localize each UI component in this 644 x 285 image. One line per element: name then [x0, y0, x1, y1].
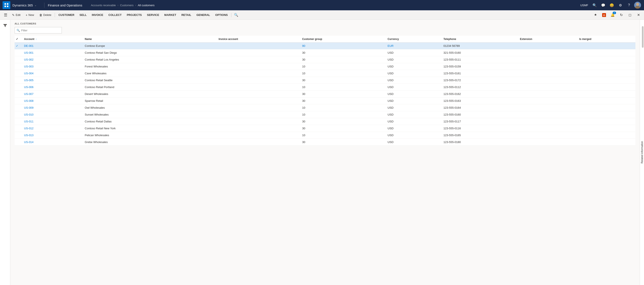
cell-account[interactable]: US-005 [22, 77, 82, 84]
menu-market[interactable]: MARKET [162, 10, 179, 20]
cell-account[interactable]: US-002 [22, 56, 82, 63]
settings-nav-btn[interactable]: ⚙ [616, 1, 624, 9]
cell-account[interactable]: US-012 [22, 125, 82, 132]
account-link[interactable]: DE-001 [24, 44, 34, 48]
menu-collect[interactable]: COLLECT [106, 10, 124, 20]
scrollbar[interactable] [642, 26, 644, 48]
cell-account[interactable]: US-003 [22, 63, 82, 70]
cell-account[interactable]: US-007 [22, 91, 82, 98]
table-row[interactable]: US-003Forest Wholesales10USD123-555-0159 [14, 63, 636, 70]
table-row[interactable]: US-012Contoso Retail New York30USD123-55… [14, 125, 636, 132]
account-link[interactable]: US-014 [24, 140, 34, 144]
account-link[interactable]: US-009 [24, 106, 34, 109]
user-nav-btn[interactable]: 😀 [608, 1, 616, 9]
menu-sell[interactable]: SELL [77, 10, 89, 20]
table-row[interactable]: US-004Cave Wholesales10USD123-555-0161 [14, 70, 636, 77]
account-link[interactable]: US-011 [24, 120, 34, 123]
menu-general[interactable]: GENERAL [194, 10, 213, 20]
cell-account[interactable]: US-011 [22, 118, 82, 125]
cell-account[interactable]: US-008 [22, 98, 82, 104]
cell-account[interactable]: US-014 [22, 139, 82, 146]
hamburger-menu-btn[interactable]: ☰ [2, 10, 10, 20]
row-check[interactable] [14, 139, 22, 146]
account-link[interactable]: US-010 [24, 113, 34, 116]
breadcrumb-item-2[interactable]: Customers [120, 4, 134, 7]
table-row[interactable]: US-014Grebe Wholesales30USD123-555-0180 [14, 139, 636, 146]
avatar-btn[interactable] [634, 1, 642, 9]
account-link[interactable]: US-003 [24, 65, 34, 68]
cmd-refresh-btn[interactable]: ↻ [618, 11, 625, 19]
table-row[interactable]: US-010Sunset Wholesales10USD123-555-0160 [14, 111, 636, 118]
menu-projects[interactable]: PROJECTS [124, 10, 144, 20]
col-telephone[interactable]: Telephone [441, 36, 517, 43]
account-link[interactable]: US-002 [24, 58, 34, 61]
delete-button[interactable]: 🗑 Delete [37, 10, 54, 20]
breadcrumb-item-1[interactable]: Accounts receivable [91, 4, 116, 7]
account-link[interactable]: US-013 [24, 134, 34, 137]
table-row[interactable]: US-013Pelican Wholesales10USD123-555-016… [14, 132, 636, 139]
row-check[interactable] [14, 111, 22, 118]
account-link[interactable]: US-008 [24, 99, 34, 102]
filter-input[interactable] [21, 29, 60, 32]
row-check[interactable] [14, 125, 22, 132]
sidebar-filter-icon[interactable] [1, 22, 9, 29]
related-info-panel[interactable]: Related information [640, 20, 644, 285]
row-check[interactable] [14, 49, 22, 56]
account-link[interactable]: US-006 [24, 86, 34, 89]
account-link[interactable]: US-012 [24, 127, 34, 130]
table-row[interactable]: US-001Contoso Retail San Diego30USD321-5… [14, 49, 636, 56]
row-check[interactable] [14, 77, 22, 84]
table-row[interactable]: US-002Contoso Retail Los Angeles30USD123… [14, 56, 636, 63]
row-check[interactable] [14, 70, 22, 77]
menu-invoice[interactable]: INVOICE [89, 10, 106, 20]
row-check[interactable] [14, 104, 22, 111]
col-extension[interactable]: Extension [517, 36, 576, 43]
row-check[interactable] [14, 118, 22, 125]
cell-account[interactable]: DE-001 [22, 43, 82, 49]
cell-account[interactable]: US-001 [22, 49, 82, 56]
table-row[interactable]: US-008Sparrow Retail30USD123-555-0163 [14, 98, 636, 104]
col-invoice-account[interactable]: Invoice account [216, 36, 300, 43]
col-currency[interactable]: Currency [385, 36, 441, 43]
row-check[interactable] [14, 63, 22, 70]
cmd-office-btn[interactable]: O [600, 11, 608, 19]
account-link[interactable]: US-001 [24, 51, 34, 54]
help-nav-btn[interactable]: ? [625, 1, 633, 9]
row-check[interactable] [14, 56, 22, 63]
row-check[interactable] [14, 91, 22, 98]
menu-retail[interactable]: RETAIL [179, 10, 194, 20]
cell-account[interactable]: US-009 [22, 104, 82, 111]
table-wrap[interactable]: ✓ Account ↑ Name Invoice account Custome… [10, 36, 640, 285]
col-account[interactable]: Account ↑ [22, 36, 82, 43]
col-is-merged[interactable]: Is merged [576, 36, 636, 43]
table-row[interactable]: US-009Owl Wholesales10USD123-555-0164 [14, 104, 636, 111]
cell-account[interactable]: US-006 [22, 84, 82, 91]
cmd-pin-btn[interactable] [592, 11, 599, 19]
menu-customer[interactable]: CUSTOMER [56, 10, 77, 20]
menu-options[interactable]: OPTIONS [213, 10, 230, 20]
cell-account[interactable]: US-010 [22, 111, 82, 118]
message-nav-btn[interactable]: 💬 [599, 1, 607, 9]
table-row[interactable]: US-007Desert Wholesales30USD123-555-0162 [14, 91, 636, 98]
edit-button[interactable]: ✎ Edit [10, 10, 23, 20]
account-link[interactable]: US-007 [24, 92, 34, 96]
cmd-restore-btn[interactable]: ◻ [626, 11, 634, 19]
row-check[interactable] [14, 98, 22, 104]
table-row[interactable]: US-006Contoso Retail Portland10USD123-55… [14, 84, 636, 91]
search-nav-btn[interactable]: 🔍 [591, 1, 598, 9]
app-grid-icon[interactable] [2, 1, 10, 9]
cell-account[interactable]: US-013 [22, 132, 82, 139]
table-row[interactable]: US-005Contoso Retail Seattle30USD123-555… [14, 77, 636, 84]
row-check[interactable]: ✓ [14, 43, 22, 49]
cmd-notification-btn[interactable]: 🔔 0 [609, 11, 616, 19]
menu-service[interactable]: SERVICE [144, 10, 162, 20]
cmd-search-btn[interactable]: 🔍 [232, 11, 240, 19]
row-check[interactable] [14, 132, 22, 139]
new-button[interactable]: + New [23, 10, 36, 20]
account-link[interactable]: US-004 [24, 72, 34, 75]
dynamics-label[interactable]: Dynamics 365 [12, 4, 34, 7]
col-customer-group[interactable]: Customer group [300, 36, 385, 43]
table-row[interactable]: US-011Contoso Retail Dallas30USD123-555-… [14, 118, 636, 125]
col-name[interactable]: Name [82, 36, 216, 43]
account-link[interactable]: US-005 [24, 79, 34, 82]
